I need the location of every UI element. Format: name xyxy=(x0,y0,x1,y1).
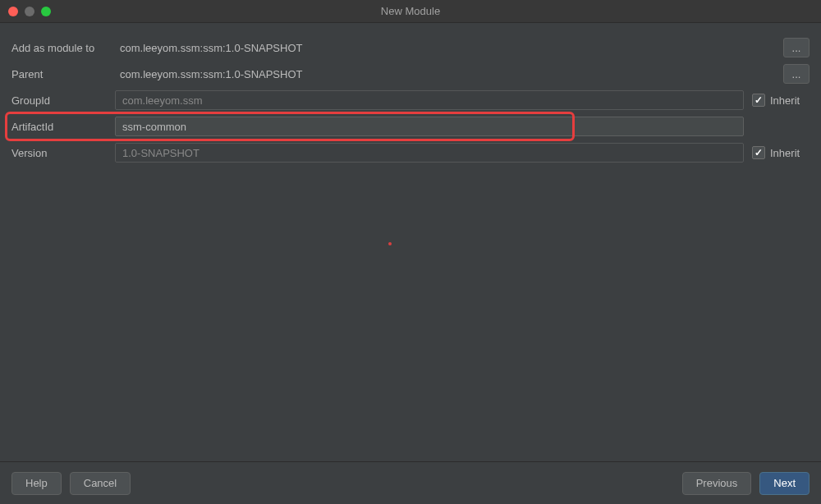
add-as-module-label: Add as module to xyxy=(11,42,115,54)
window-title: New Module xyxy=(0,5,821,17)
maximize-window-button[interactable] xyxy=(41,7,51,16)
form-content: Add as module to com.leeyom.ssm:ssm:1.0-… xyxy=(0,23,821,166)
footer-right: Previous Next xyxy=(682,472,810,495)
cancel-button[interactable]: Cancel xyxy=(70,472,131,495)
next-button[interactable]: Next xyxy=(759,472,810,495)
parent-value: com.leeyom.ssm:ssm:1.0-SNAPSHOT xyxy=(115,68,711,80)
version-row: Version Inherit xyxy=(11,140,810,166)
add-as-module-value: com.leeyom.ssm:ssm:1.0-SNAPSHOT xyxy=(115,42,711,54)
add-as-module-row: Add as module to com.leeyom.ssm:ssm:1.0-… xyxy=(11,34,810,61)
parent-browse-button[interactable]: ... xyxy=(783,64,810,84)
artifact-id-row: ArtifactId xyxy=(11,113,810,140)
group-id-label: GroupId xyxy=(11,94,115,107)
version-inherit-checkbox[interactable] xyxy=(752,146,765,159)
help-button[interactable]: Help xyxy=(11,472,62,495)
group-id-inherit-label: Inherit xyxy=(770,94,800,107)
version-inherit: Inherit xyxy=(752,146,810,159)
previous-button[interactable]: Previous xyxy=(682,472,752,495)
group-id-inherit: Inherit xyxy=(752,94,810,107)
version-label: Version xyxy=(11,147,115,159)
add-as-module-browse-button[interactable]: ... xyxy=(783,38,810,57)
footer: Help Cancel Previous Next xyxy=(0,461,821,504)
close-window-button[interactable] xyxy=(8,7,18,16)
artifact-id-label: ArtifactId xyxy=(11,121,115,133)
group-id-inherit-checkbox[interactable] xyxy=(752,94,765,107)
group-id-row: GroupId Inherit xyxy=(11,87,810,113)
version-input[interactable] xyxy=(115,143,744,163)
red-dot-annotation xyxy=(388,242,392,245)
version-inherit-label: Inherit xyxy=(770,147,800,159)
footer-left: Help Cancel xyxy=(11,472,131,495)
minimize-window-button xyxy=(25,7,34,16)
artifact-id-input[interactable] xyxy=(115,117,744,136)
parent-row: Parent com.leeyom.ssm:ssm:1.0-SNAPSHOT .… xyxy=(11,61,810,87)
parent-label: Parent xyxy=(11,68,115,80)
group-id-input[interactable] xyxy=(115,90,744,110)
window-controls xyxy=(0,7,51,16)
titlebar: New Module xyxy=(0,0,821,23)
